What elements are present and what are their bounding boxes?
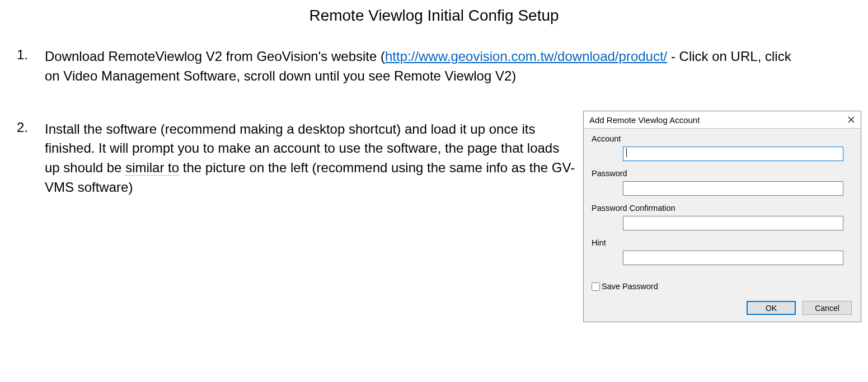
password-input[interactable] bbox=[623, 181, 843, 196]
page-title: Remote Viewlog Initial Config Setup bbox=[0, 0, 868, 30]
password-confirm-input[interactable] bbox=[623, 216, 843, 230]
download-link[interactable]: http://www.geovision.com.tw/download/pro… bbox=[385, 49, 667, 64]
dialog-titlebar: Add Remote Viewlog Account bbox=[584, 111, 861, 129]
step-2-number: 2. bbox=[11, 120, 45, 197]
step-1: 1. Download RemoteViewlog V2 from GeoVis… bbox=[11, 47, 857, 86]
step-1-number: 1. bbox=[11, 47, 45, 86]
step-1-text-pre: Download RemoteViewlog V2 from GeoVision… bbox=[45, 49, 385, 64]
step-2-similar-to: similar to bbox=[125, 160, 179, 176]
password-label: Password bbox=[592, 169, 853, 178]
dialog-title: Add Remote Viewlog Account bbox=[589, 115, 700, 125]
save-password-label: Save Password bbox=[602, 282, 658, 291]
account-label: Account bbox=[592, 134, 853, 143]
save-password-checkbox[interactable] bbox=[592, 282, 600, 291]
cancel-button[interactable]: Cancel bbox=[803, 301, 852, 315]
hint-input[interactable] bbox=[623, 251, 843, 265]
password-confirm-label: Password Confirmation bbox=[592, 204, 853, 213]
hint-label: Hint bbox=[592, 238, 853, 247]
account-input[interactable] bbox=[623, 147, 843, 161]
text-caret bbox=[626, 148, 627, 157]
close-icon[interactable] bbox=[846, 115, 856, 125]
add-account-dialog: Add Remote Viewlog Account Account Passw… bbox=[583, 111, 861, 322]
ok-button[interactable]: OK bbox=[747, 301, 796, 315]
